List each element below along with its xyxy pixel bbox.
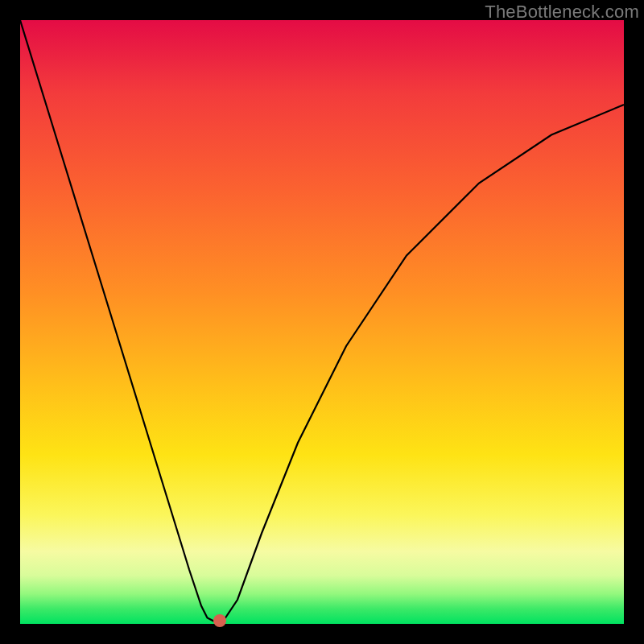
plot-area	[20, 20, 624, 624]
chart-frame: TheBottleneck.com	[0, 0, 644, 644]
curve-svg	[20, 20, 624, 624]
optimal-point-marker	[213, 614, 226, 627]
bottleneck-curve	[20, 20, 624, 621]
